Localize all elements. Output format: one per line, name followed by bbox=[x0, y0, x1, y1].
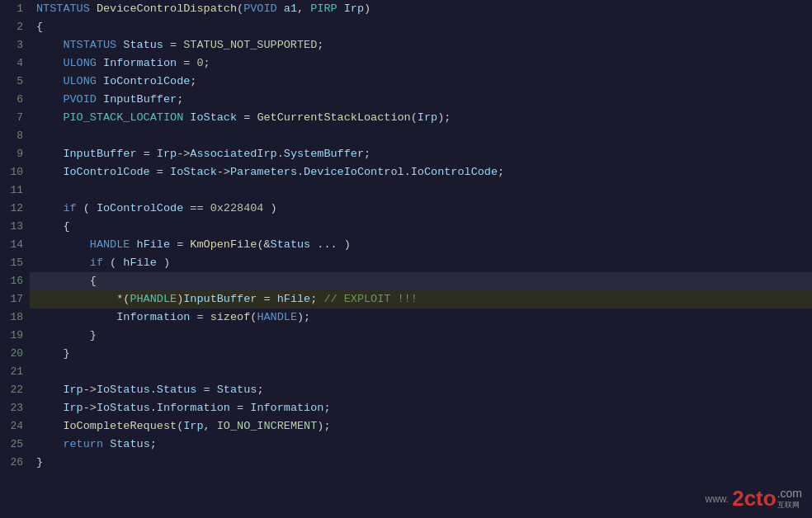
line-number: 1 bbox=[0, 0, 30, 18]
token: ; bbox=[498, 166, 504, 178]
token: hFile bbox=[123, 257, 157, 269]
code-line: PVOID InputBuffer; bbox=[30, 91, 812, 109]
token: , bbox=[204, 420, 217, 432]
token: AssociatedIrp bbox=[190, 148, 276, 160]
code-row: 7 PIO_STACK_LOCATION IoStack = GetCurren… bbox=[0, 109, 812, 127]
token: PVOID bbox=[243, 2, 277, 15]
token: return bbox=[63, 438, 103, 450]
token: , bbox=[297, 2, 310, 15]
code-row: 15 if ( hFile ) bbox=[0, 254, 812, 272]
token: ); bbox=[297, 311, 310, 323]
token: STATUS_NOT_SUPPORTED bbox=[183, 39, 317, 51]
logo-2: 2 bbox=[732, 486, 744, 511]
line-number: 2 bbox=[0, 18, 30, 36]
token bbox=[36, 39, 63, 51]
code-row: 3 NTSTATUS Status = STATUS_NOT_SUPPORTED… bbox=[0, 36, 812, 54]
token: Irp bbox=[183, 420, 203, 432]
code-line: *(PHANDLE)InputBuffer = hFile; // EXPLOI… bbox=[30, 290, 812, 308]
code-row: 21 bbox=[0, 363, 812, 381]
token: Status bbox=[217, 384, 257, 396]
line-number: 26 bbox=[0, 454, 30, 472]
token: = bbox=[237, 111, 257, 124]
line-number: 10 bbox=[0, 163, 30, 181]
token: == bbox=[183, 202, 210, 214]
code-row: 11 bbox=[0, 181, 812, 200]
token: IoControlCode bbox=[103, 75, 190, 87]
code-line: PIO_STACK_LOCATION IoStack = GetCurrentS… bbox=[30, 109, 812, 127]
token bbox=[36, 293, 116, 305]
token: InputBuffer bbox=[63, 148, 136, 160]
code-line: NTSTATUS DeviceControlDispatch(PVOID a1,… bbox=[30, 0, 812, 18]
code-line: } bbox=[30, 345, 812, 363]
token: . bbox=[297, 166, 304, 178]
watermark-prefix: www. bbox=[706, 493, 729, 505]
code-line: IoControlCode = IoStack->Parameters.Devi… bbox=[30, 163, 812, 181]
token: Irp bbox=[63, 402, 83, 414]
token: ( bbox=[237, 2, 243, 15]
token: ; bbox=[177, 93, 183, 106]
code-row: 20 } bbox=[0, 345, 812, 363]
token: IoControlCode bbox=[411, 166, 498, 178]
code-row: 23 Irp->IoStatus.Information = Informati… bbox=[0, 399, 812, 417]
token bbox=[36, 75, 63, 87]
code-line: if ( IoControlCode == 0x228404 ) bbox=[30, 200, 812, 218]
token: IO_NO_INCREMENT bbox=[217, 420, 318, 432]
token bbox=[277, 2, 284, 15]
token: HANDLE bbox=[90, 238, 130, 251]
line-number: 5 bbox=[0, 73, 30, 91]
token bbox=[97, 93, 103, 106]
token: KmOpenFile bbox=[190, 238, 257, 251]
watermark-com-tagline: .com 互联网 bbox=[777, 487, 802, 511]
token: = bbox=[177, 57, 196, 69]
token: IoControlCode bbox=[97, 202, 183, 214]
token bbox=[36, 257, 90, 269]
code-line: } bbox=[30, 327, 812, 345]
token bbox=[130, 238, 136, 251]
token bbox=[36, 57, 63, 69]
token: = bbox=[190, 311, 210, 323]
token: *( bbox=[116, 293, 130, 305]
token: Parameters bbox=[230, 166, 297, 178]
token: Information bbox=[250, 402, 323, 414]
token: Information bbox=[157, 402, 230, 414]
token: IoControlCode bbox=[63, 166, 149, 178]
token: PIRP bbox=[310, 2, 337, 15]
line-number: 22 bbox=[0, 381, 30, 399]
token: // EXPLOIT !!! bbox=[323, 293, 417, 305]
token: Irp bbox=[344, 2, 364, 15]
token bbox=[36, 420, 63, 432]
code-row: 1NTSTATUS DeviceControlDispatch(PVOID a1… bbox=[0, 0, 812, 18]
code-row: 22 Irp->IoStatus.Status = Status; bbox=[0, 381, 812, 399]
token bbox=[103, 438, 110, 450]
code-row: 19 } bbox=[0, 327, 812, 345]
line-number: 11 bbox=[0, 181, 30, 200]
token: . bbox=[277, 148, 284, 160]
line-number: 16 bbox=[0, 272, 30, 290]
token: -> bbox=[83, 384, 97, 396]
code-line: { bbox=[30, 18, 812, 36]
token: ); bbox=[437, 111, 451, 124]
watermark-tagline: 互联网 bbox=[777, 500, 802, 511]
code-line: if ( hFile ) bbox=[30, 254, 812, 272]
token: ; bbox=[150, 438, 157, 450]
code-line bbox=[30, 363, 812, 381]
token bbox=[36, 329, 90, 341]
token: -> bbox=[83, 402, 97, 414]
code-row: 13 { bbox=[0, 218, 812, 236]
code-line: ULONG IoControlCode; bbox=[30, 73, 812, 91]
code-row: 18 Information = sizeof(HANDLE); bbox=[0, 308, 812, 327]
token: InputBuffer bbox=[183, 293, 257, 305]
code-row: 17 *(PHANDLE)InputBuffer = hFile; // EXP… bbox=[0, 290, 812, 308]
token: . bbox=[150, 402, 157, 414]
token: Status bbox=[157, 384, 197, 396]
token: 0x228404 bbox=[210, 202, 264, 214]
token bbox=[36, 93, 63, 106]
token: { bbox=[63, 220, 69, 233]
token: } bbox=[63, 347, 69, 360]
line-number: 15 bbox=[0, 254, 30, 272]
code-row: 12 if ( IoControlCode == 0x228404 ) bbox=[0, 200, 812, 218]
token: ); bbox=[317, 420, 330, 432]
code-line: Information = sizeof(HANDLE); bbox=[30, 308, 812, 327]
line-number: 25 bbox=[0, 436, 30, 454]
token: ( bbox=[411, 111, 418, 124]
